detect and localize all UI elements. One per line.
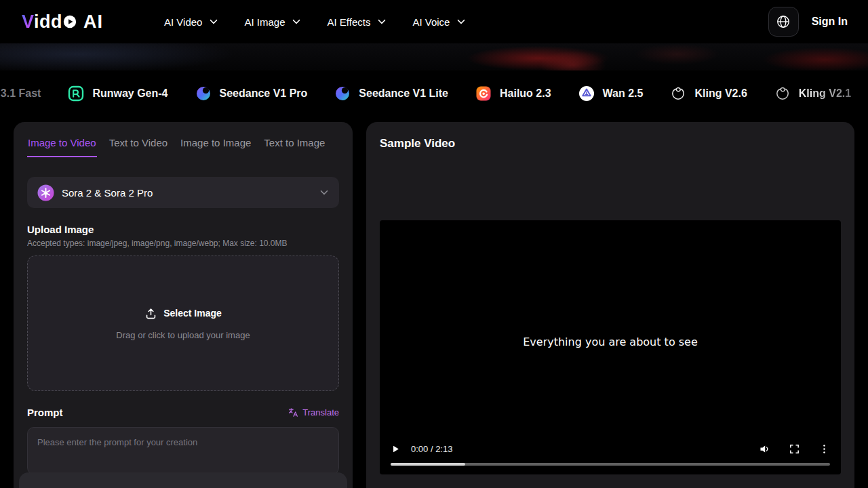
runway-icon [68, 85, 84, 102]
model-chip-veo-fast[interactable]: o 3.1 Fast [0, 87, 41, 100]
language-button[interactable] [768, 7, 799, 37]
upload-section-title: Upload Image [27, 224, 94, 235]
drag-hint-label: Drag or click to upload your image [116, 330, 250, 340]
tab-image-to-video[interactable]: Image to Video [27, 137, 97, 157]
select-image-button[interactable]: Select Image [144, 307, 222, 320]
model-select-dropdown[interactable]: Sora 2 & Sora 2 Pro [27, 177, 339, 208]
chevron-down-icon [457, 19, 466, 24]
header-actions: Sign In [768, 7, 848, 37]
video-buffered-segment [391, 463, 465, 466]
model-chip-seedance-v1-lite[interactable]: Seedance V1 Lite [334, 85, 448, 102]
hailuo-icon [475, 85, 492, 102]
sora-icon [37, 184, 54, 201]
model-chip-label: Kling V2.1 [799, 87, 851, 100]
prompt-section-title: Prompt [27, 407, 63, 418]
upload-icon [144, 307, 157, 320]
model-chip-label: Wan 2.5 [603, 87, 644, 100]
model-carousel[interactable]: o 3.1 Fast Runway Gen-4 Seedance V1 Pro … [0, 70, 868, 117]
nav-label: AI Voice [412, 16, 450, 28]
model-chip-kling-v2-1[interactable]: Kling V2.1 [774, 85, 851, 102]
model-chip-label: Kling V2.6 [694, 87, 747, 100]
logo-text: idd [34, 12, 62, 33]
nav-item-ai-effects[interactable]: AI Effects [327, 16, 387, 28]
creator-panel: Image to Video Text to Video Image to Im… [14, 122, 353, 488]
nav-item-ai-image[interactable]: AI Image [244, 16, 301, 28]
select-image-label: Select Image [163, 308, 222, 319]
top-nav-bar: ViddAI AI Video AI Image AI Effects AI V… [0, 0, 868, 43]
play-button[interactable] [391, 444, 401, 454]
model-chip-hailuo-2-3[interactable]: Hailuo 2.3 [475, 85, 551, 102]
nav-label: AI Image [244, 16, 285, 28]
chevron-down-icon [320, 190, 329, 195]
model-select-value: Sora 2 & Sora 2 Pro [62, 187, 153, 199]
model-chip-label: Runway Gen-4 [92, 87, 167, 100]
tab-text-to-image[interactable]: Text to Image [263, 137, 326, 157]
sample-video-title: Sample Video [380, 137, 455, 150]
logo-letter-v: V [22, 12, 34, 33]
sample-video-player[interactable]: Everything you are about to see 0:00 / 2… [380, 220, 841, 474]
kling-icon [774, 85, 791, 102]
model-chip-seedance-v1-pro[interactable]: Seedance V1 Pro [195, 85, 308, 102]
video-progress-bar[interactable] [391, 463, 830, 466]
play-icon [63, 15, 77, 28]
main-nav: AI Video AI Image AI Effects AI Voice [164, 16, 466, 28]
page: ViddAI AI Video AI Image AI Effects AI V… [0, 0, 868, 488]
translate-button[interactable]: Translate [288, 407, 339, 418]
video-time-display: 0:00 / 2:13 [411, 444, 452, 454]
logo-text-ai: AI [83, 12, 103, 33]
tab-image-to-image[interactable]: Image to Image [180, 137, 252, 157]
video-controls-bar: 0:00 / 2:13 [380, 439, 841, 459]
nav-label: AI Video [164, 16, 202, 28]
sign-in-button[interactable]: Sign In [812, 16, 848, 28]
video-caption: Everything you are about to see [380, 336, 841, 348]
translate-label: Translate [302, 407, 339, 418]
fullscreen-button[interactable] [789, 443, 800, 455]
prompt-input[interactable] [27, 427, 339, 474]
model-chip-label: 3.1 Fast [1, 87, 41, 100]
video-controls-right [759, 443, 830, 455]
brand-logo[interactable]: ViddAI [22, 12, 103, 33]
model-chip-label: Hailuo 2.3 [500, 87, 551, 100]
wan-icon [578, 85, 595, 102]
prompt-header-row: Prompt Translate [27, 407, 339, 418]
model-chip-kling-v2-6[interactable]: Kling V2.6 [670, 85, 747, 102]
seedance-icon [334, 85, 351, 102]
globe-icon [776, 14, 791, 29]
nav-item-ai-voice[interactable]: AI Voice [412, 16, 466, 28]
model-chip-label: Seedance V1 Lite [359, 87, 448, 100]
translate-icon [288, 407, 298, 418]
upload-accepted-types-hint: Accepted types: image/jpeg, image/png, i… [27, 239, 288, 248]
model-chip-runway-gen-4[interactable]: Runway Gen-4 [68, 85, 167, 102]
seedance-icon [195, 85, 212, 102]
chevron-down-icon [292, 19, 301, 24]
model-chip-wan-2-5[interactable]: Wan 2.5 [578, 85, 644, 102]
model-chip-label: Seedance V1 Pro [220, 87, 308, 100]
kling-icon [670, 85, 686, 102]
creator-tabs: Image to Video Text to Video Image to Im… [27, 137, 326, 157]
volume-button[interactable] [759, 443, 770, 455]
nav-label: AI Effects [327, 16, 370, 28]
sample-video-panel: Sample Video Everything you are about to… [366, 122, 854, 488]
chevron-down-icon [378, 19, 387, 24]
kebab-menu-icon[interactable] [818, 443, 830, 455]
tab-text-to-video[interactable]: Text to Video [108, 137, 168, 157]
chevron-down-icon [210, 19, 218, 24]
hero-image-strip [0, 43, 868, 70]
panel-bottom-element [19, 472, 347, 488]
nav-item-ai-video[interactable]: AI Video [164, 16, 218, 28]
image-upload-dropzone[interactable]: Select Image Drag or click to upload you… [27, 256, 339, 391]
